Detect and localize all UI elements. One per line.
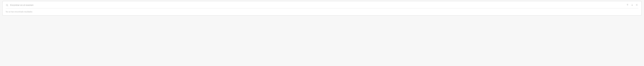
no-results-message: No se han encontrado resultados [6, 11, 638, 13]
close-icon [636, 4, 638, 7]
search-icon [6, 4, 8, 7]
arrow-up-icon [626, 4, 629, 7]
arrow-down-icon [631, 4, 633, 7]
search-input[interactable] [10, 4, 624, 7]
next-result-button[interactable] [631, 4, 634, 7]
svg-line-1 [8, 6, 8, 6]
search-row [6, 4, 638, 8]
search-controls [626, 4, 638, 7]
search-panel: No se han encontrado resultados [2, 1, 642, 16]
close-button[interactable] [635, 4, 638, 7]
previous-result-button[interactable] [626, 4, 629, 7]
